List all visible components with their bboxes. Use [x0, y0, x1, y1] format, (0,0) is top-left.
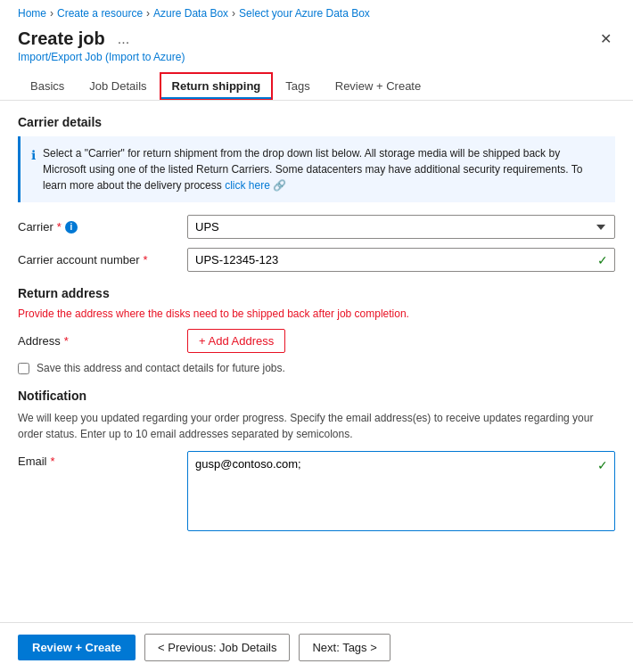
- account-check-icon: ✓: [597, 253, 608, 267]
- save-address-row: Save this address and contact details fo…: [18, 362, 615, 374]
- carrier-info-box: ℹ Select a "Carrier" for return shipment…: [18, 136, 615, 202]
- carrier-info-circle[interactable]: i: [65, 221, 78, 234]
- tab-basics[interactable]: Basics: [18, 72, 77, 100]
- tab-job-details[interactable]: Job Details: [77, 72, 159, 100]
- email-check-icon: ✓: [597, 458, 608, 472]
- next-button[interactable]: Next: Tags >: [299, 634, 390, 661]
- email-required: *: [51, 455, 55, 468]
- previous-button[interactable]: < Previous: Job Details: [144, 634, 290, 661]
- carrier-details-title: Carrier details: [18, 115, 615, 129]
- account-number-row: Carrier account number * ✓: [18, 248, 615, 272]
- create-job-panel: Home › Create a resource › Azure Data Bo…: [0, 0, 633, 672]
- carrier-select[interactable]: UPS FedEx DHL: [187, 215, 615, 239]
- account-field: ✓: [187, 248, 615, 272]
- save-address-checkbox[interactable]: [18, 363, 29, 374]
- address-required: *: [64, 334, 69, 348]
- page-title: Create job: [18, 29, 105, 49]
- save-address-label[interactable]: Save this address and contact details fo…: [37, 362, 285, 374]
- address-field: + Add Address: [187, 329, 615, 353]
- account-required: *: [144, 253, 148, 266]
- content-area: Carrier details ℹ Select a "Carrier" for…: [0, 101, 633, 622]
- breadcrumb-azure-data-box[interactable]: Azure Data Box: [153, 7, 228, 20]
- breadcrumb-home[interactable]: Home: [18, 7, 46, 20]
- review-create-button[interactable]: Review + Create: [18, 635, 136, 660]
- return-address-title: Return address: [18, 286, 615, 300]
- tabs: Basics Job Details Return shipping Tags …: [0, 72, 633, 101]
- tab-tags[interactable]: Tags: [273, 72, 322, 100]
- address-label: Address: [18, 334, 61, 348]
- header: Create job ... ✕: [0, 23, 633, 51]
- tab-return-shipping[interactable]: Return shipping: [160, 72, 274, 100]
- page-subtitle: Import/Export Job (Import to Azure): [0, 51, 633, 72]
- email-textarea[interactable]: gusp@contoso.com;: [187, 451, 615, 531]
- notification-title: Notification: [18, 389, 615, 403]
- email-field-wrapper: gusp@contoso.com; ✓: [187, 451, 615, 534]
- carrier-row: Carrier * i UPS FedEx DHL: [18, 215, 615, 239]
- carrier-info-text: Select a "Carrier" for return shipment f…: [43, 147, 582, 192]
- close-button[interactable]: ✕: [596, 27, 615, 51]
- address-row: Address * + Add Address: [18, 329, 615, 353]
- carrier-info-link[interactable]: click here: [225, 179, 270, 192]
- breadcrumb-select-azure-data-box[interactable]: Select your Azure Data Box: [239, 7, 370, 20]
- return-address-subtitle: Provide the address where the disks need…: [18, 307, 615, 320]
- carrier-label: Carrier: [18, 220, 53, 234]
- account-input[interactable]: [187, 248, 615, 272]
- account-label: Carrier account number: [18, 253, 140, 266]
- email-row: Email * gusp@contoso.com; ✓: [18, 451, 615, 534]
- footer: Review + Create < Previous: Job Details …: [0, 622, 633, 672]
- carrier-required: *: [57, 220, 62, 234]
- ellipsis-button[interactable]: ...: [112, 29, 135, 49]
- add-address-button[interactable]: + Add Address: [187, 329, 285, 353]
- breadcrumb: Home › Create a resource › Azure Data Bo…: [0, 0, 633, 23]
- tab-review-create[interactable]: Review + Create: [323, 72, 433, 100]
- breadcrumb-create-resource[interactable]: Create a resource: [57, 7, 143, 20]
- email-label: Email: [18, 455, 47, 468]
- carrier-field: UPS FedEx DHL: [187, 215, 615, 239]
- notification-description: We will keep you updated regarding your …: [18, 410, 615, 442]
- info-icon: ℹ: [31, 146, 36, 165]
